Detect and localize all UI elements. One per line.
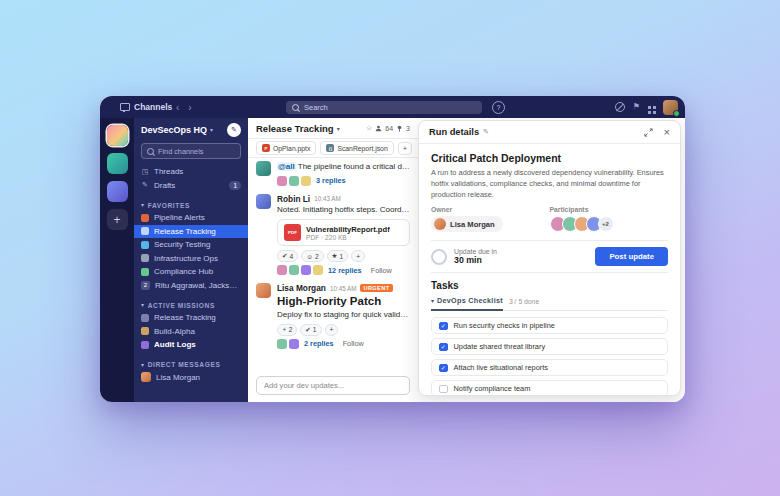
members-count[interactable]: 64 bbox=[385, 125, 393, 132]
reaction-pill[interactable]: ★ 1 bbox=[327, 250, 349, 262]
workspace-header[interactable]: DevSecOps HQ ▾ ✎ bbox=[134, 118, 248, 140]
avatar bbox=[301, 265, 311, 275]
update-due-value: 30 min bbox=[454, 255, 497, 265]
edit-icon[interactable]: ✎ bbox=[483, 128, 489, 136]
file-chip-scanreport[interactable]: {} ScanReport.json bbox=[320, 141, 393, 155]
section-favorites[interactable]: ▾ FAVORITES bbox=[134, 199, 248, 211]
checklist-toggle[interactable]: ▾ DevOps Checklist bbox=[431, 296, 503, 311]
sidebar-item-drafts[interactable]: ✎ Drafts 1 bbox=[134, 179, 248, 193]
run-meta: Owner Lisa Morgan Participants bbox=[431, 206, 668, 234]
replies-link[interactable]: 3 replies bbox=[316, 176, 346, 185]
help-button[interactable]: ? bbox=[492, 101, 505, 114]
checkbox[interactable]: ✓ bbox=[439, 364, 448, 373]
channel-icon bbox=[141, 268, 149, 276]
expand-icon[interactable] bbox=[644, 128, 653, 137]
owner-name: Lisa Morgan bbox=[450, 220, 495, 229]
sidebar-item-mission-release-tracking[interactable]: Release Tracking bbox=[134, 311, 248, 325]
status-icon[interactable] bbox=[615, 102, 625, 112]
find-channels-input[interactable]: Find channels bbox=[141, 143, 241, 159]
avatar[interactable] bbox=[256, 283, 271, 298]
back-icon[interactable]: ‹ bbox=[176, 102, 179, 113]
reaction-pill[interactable]: ✔ 1 bbox=[300, 324, 321, 336]
avatar bbox=[141, 372, 151, 382]
star-icon[interactable]: ☆ bbox=[366, 124, 372, 132]
thread-summary[interactable]: 3 replies bbox=[277, 176, 410, 186]
workspace-icon-active[interactable] bbox=[107, 125, 128, 146]
pins-count[interactable]: 3 bbox=[406, 125, 410, 132]
reaction-pill[interactable]: ⚡ 2 bbox=[277, 324, 297, 336]
pptx-file-icon: P bbox=[262, 144, 270, 152]
timer-icon bbox=[431, 249, 447, 265]
avatar[interactable] bbox=[256, 194, 271, 209]
thread-summary[interactable]: 12 replies Follow bbox=[277, 265, 410, 275]
add-workspace-button[interactable]: + bbox=[107, 209, 128, 230]
search-placeholder: Search bbox=[304, 103, 328, 112]
section-direct-messages[interactable]: ▾ DIRECT MESSAGES bbox=[134, 359, 248, 371]
close-icon[interactable]: × bbox=[664, 127, 670, 138]
workspace-name: DevSecOps HQ bbox=[141, 125, 207, 135]
follow-button[interactable]: Follow bbox=[371, 266, 392, 275]
search-bar[interactable]: Search bbox=[286, 101, 482, 114]
sidebar-item-group-dm[interactable]: 2 Ritu Aggrawal, Jackson Chan... bbox=[134, 279, 248, 293]
caret-down-icon: ▾ bbox=[141, 302, 145, 308]
owner-chip[interactable]: Lisa Morgan bbox=[431, 216, 503, 232]
sidebar-item-security-testing[interactable]: Security Testing bbox=[134, 238, 248, 252]
message-text: Noted. Initiating hotfix steps. Coordina… bbox=[277, 204, 410, 216]
post-update-button[interactable]: Post update bbox=[595, 247, 668, 266]
participants-more-badge[interactable]: +2 bbox=[598, 216, 614, 232]
add-reaction-button[interactable]: + bbox=[351, 250, 365, 262]
sidebar-item-dm-lisa-morgan[interactable]: Lisa Morgan bbox=[134, 371, 248, 385]
replies-link[interactable]: 12 replies bbox=[328, 266, 362, 275]
author-name[interactable]: Robin Li bbox=[277, 194, 310, 204]
reaction-pill[interactable]: ☺ 2 bbox=[301, 250, 323, 262]
avatar bbox=[289, 176, 299, 186]
pin-icon bbox=[396, 125, 403, 132]
sidebar-item-build-alpha[interactable]: Build-Alpha bbox=[134, 325, 248, 339]
participants-stack[interactable]: +2 bbox=[550, 216, 669, 232]
bookmark-icon[interactable]: ⚑ bbox=[633, 103, 640, 111]
message-text: @all The pipeline found a critical depen… bbox=[277, 161, 410, 173]
tasks-heading: Tasks bbox=[431, 280, 668, 291]
message-composer[interactable]: Add your dev updates... bbox=[256, 376, 410, 395]
thread-summary[interactable]: 2 replies Follow bbox=[277, 339, 410, 349]
add-reaction-button[interactable]: + bbox=[325, 324, 339, 336]
checkbox[interactable]: ✓ bbox=[439, 385, 448, 394]
avatar bbox=[301, 176, 311, 186]
topbar-actions: ⚑ bbox=[615, 96, 678, 118]
sidebar-item-compliance-hub[interactable]: Compliance Hub bbox=[134, 265, 248, 279]
sidebar-item-audit-logs[interactable]: Audit Logs bbox=[134, 338, 248, 352]
channels-nav[interactable]: Channels bbox=[120, 96, 172, 118]
reactions: ✔ 4 ☺ 2 ★ 1 + bbox=[277, 250, 410, 262]
section-active-missions[interactable]: ▾ ACTIVE MISSIONS bbox=[134, 299, 248, 311]
sidebar-item-infrastructure-ops[interactable]: Infrastructure Ops bbox=[134, 252, 248, 266]
follow-button[interactable]: Follow bbox=[343, 339, 364, 348]
sidebar-item-release-tracking[interactable]: Release Tracking bbox=[134, 225, 248, 239]
checklist-item: ✓ Attach live situational reports bbox=[431, 359, 668, 376]
author-name[interactable]: Lisa Morgan bbox=[277, 283, 326, 293]
divider bbox=[431, 272, 668, 273]
file-chip-opplan[interactable]: P OpPlan.pptx bbox=[256, 141, 316, 155]
channel-icon bbox=[141, 227, 149, 235]
sidebar-item-threads[interactable]: ◳ Threads bbox=[134, 165, 248, 179]
user-avatar[interactable] bbox=[663, 100, 678, 115]
reactions: ⚡ 2 ✔ 1 + bbox=[277, 324, 410, 336]
sidebar-item-pipeline-alerts[interactable]: Pipeline Alerts bbox=[134, 211, 248, 225]
replies-link[interactable]: 2 replies bbox=[304, 339, 334, 348]
channel-name[interactable]: Release Tracking bbox=[256, 123, 334, 134]
compose-button[interactable]: ✎ bbox=[227, 123, 241, 137]
mission-icon bbox=[141, 314, 149, 322]
workspace-icon-2[interactable] bbox=[107, 153, 128, 174]
avatar[interactable] bbox=[256, 161, 271, 176]
file-attachment[interactable]: PDF VulnerabilityReport.pdf PDF · 220 KB bbox=[277, 219, 410, 246]
channel-header: Release Tracking ▾ ☆ 64 3 bbox=[248, 118, 418, 139]
checkbox[interactable]: ✓ bbox=[439, 322, 448, 331]
message-2: Robin Li 10:43 AM Noted. Initiating hotf… bbox=[256, 194, 410, 276]
checkbox[interactable]: ✓ bbox=[439, 343, 448, 352]
apps-grid-icon[interactable] bbox=[648, 106, 651, 109]
find-channels-placeholder: Find channels bbox=[158, 147, 203, 156]
mention-all[interactable]: @all bbox=[277, 162, 296, 171]
reaction-pill[interactable]: ✔ 4 bbox=[277, 250, 298, 262]
forward-icon[interactable]: › bbox=[188, 102, 191, 113]
workspace-icon-3[interactable] bbox=[107, 181, 128, 202]
add-file-chip[interactable]: + bbox=[398, 142, 412, 155]
